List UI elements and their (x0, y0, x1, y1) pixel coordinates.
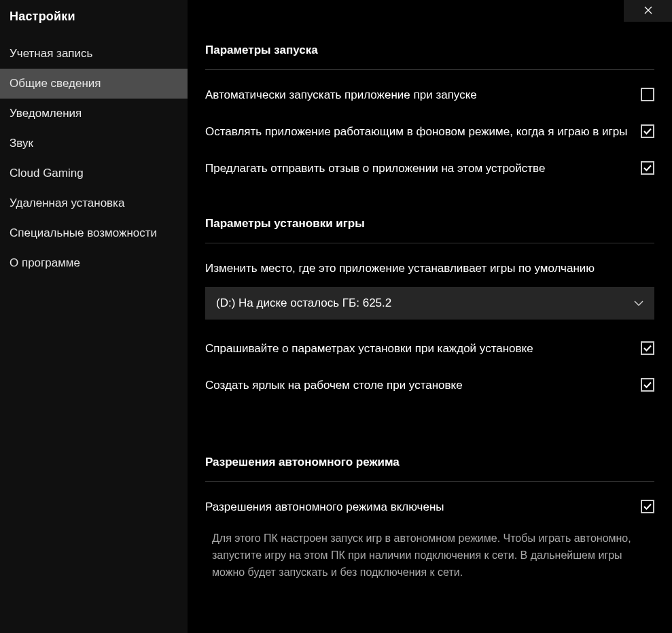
section-install-title: Параметры установки игры (205, 217, 654, 230)
checkbox-desktop-shortcut[interactable] (641, 378, 654, 392)
row-autostart: Автоматически запускать приложение при з… (205, 86, 654, 104)
install-location-label: Изменить место, где это приложение устан… (205, 260, 654, 277)
section-install: Параметры установки игры Изменить место,… (205, 217, 654, 394)
row-background: Оставлять приложение работающим в фоново… (205, 123, 654, 141)
section-offline: Разрешения автономного режима Разрешения… (205, 456, 654, 581)
row-feedback-label: Предлагать отправить отзыв о приложении … (205, 160, 629, 177)
row-background-label: Оставлять приложение работающим в фоново… (205, 123, 629, 141)
checkbox-background[interactable] (641, 124, 654, 138)
sidebar-item-general[interactable]: Общие сведения (0, 69, 188, 99)
offline-desc: Для этого ПК настроен запуск игр в автон… (205, 530, 654, 581)
sidebar-item-accessibility[interactable]: Специальные возможности (0, 218, 188, 248)
row-autostart-label: Автоматически запускать приложение при з… (205, 86, 629, 104)
chevron-down-icon (634, 301, 643, 306)
row-ask-install-label: Спрашивайте о параметрах установки при к… (205, 340, 629, 358)
content-panel: Параметры запуска Автоматически запускат… (188, 0, 672, 633)
sidebar-item-cloud-gaming[interactable]: Cloud Gaming (0, 158, 188, 188)
divider (205, 481, 654, 482)
row-offline-enabled: Разрешения автономного режима включены (205, 498, 654, 516)
section-offline-title: Разрешения автономного режима (205, 456, 654, 469)
section-startup-title: Параметры запуска (205, 44, 654, 57)
divider (205, 69, 654, 70)
section-startup: Параметры запуска Автоматически запускат… (205, 44, 654, 177)
checkbox-ask-install[interactable] (641, 341, 654, 355)
sidebar: Настройки Учетная запись Общие сведения … (0, 0, 188, 633)
checkbox-offline-enabled[interactable] (641, 500, 654, 513)
sidebar-item-remote-install[interactable]: Удаленная установка (0, 188, 188, 218)
checkbox-autostart[interactable] (641, 88, 654, 101)
close-button[interactable] (624, 0, 672, 22)
row-offline-enabled-label: Разрешения автономного режима включены (205, 498, 629, 516)
divider (205, 243, 654, 243)
sidebar-item-notifications[interactable]: Уведомления (0, 99, 188, 129)
settings-title: Настройки (0, 10, 188, 39)
sidebar-item-sound[interactable]: Звук (0, 129, 188, 158)
row-desktop-shortcut-label: Создать ярлык на рабочем столе при устан… (205, 377, 629, 394)
install-location-dropdown[interactable]: (D:) На диске осталось ГБ: 625.2 (205, 287, 654, 320)
checkbox-feedback[interactable] (641, 161, 654, 175)
row-ask-install: Спрашивайте о параметрах установки при к… (205, 340, 654, 358)
close-icon (644, 5, 652, 17)
row-feedback: Предлагать отправить отзыв о приложении … (205, 160, 654, 177)
row-desktop-shortcut: Создать ярлык на рабочем столе при устан… (205, 377, 654, 394)
sidebar-item-account[interactable]: Учетная запись (0, 39, 188, 69)
dropdown-value: (D:) На диске осталось ГБ: 625.2 (216, 296, 391, 310)
sidebar-item-about[interactable]: О программе (0, 248, 188, 278)
